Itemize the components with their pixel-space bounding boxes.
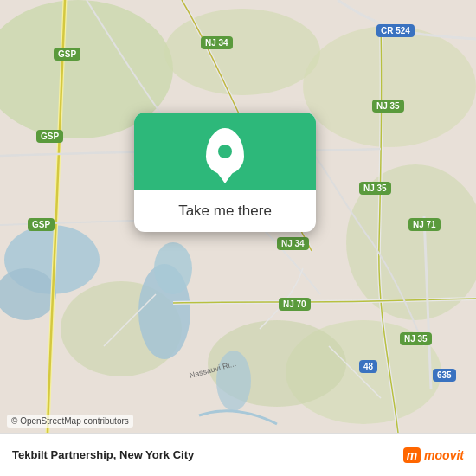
route-badge-nj34b: NJ 34 bbox=[277, 237, 309, 250]
moovit-logo: m moovit bbox=[403, 447, 464, 463]
card-green-header bbox=[134, 113, 316, 190]
route-badge-nj34a: NJ 34 bbox=[201, 36, 233, 49]
route-badge-gsp1: GSP bbox=[54, 48, 80, 61]
moovit-m-icon: m bbox=[403, 447, 421, 463]
route-badge-nj35c: NJ 35 bbox=[400, 332, 432, 345]
svg-point-2 bbox=[164, 9, 320, 95]
route-badge-nj35a: NJ 35 bbox=[372, 100, 404, 113]
map-copyright: © OpenStreetMap contributors bbox=[7, 415, 133, 428]
take-me-there-card: Take me there bbox=[134, 113, 316, 232]
route-badge-gsp2: GSP bbox=[36, 130, 63, 143]
location-info: Tekbilt Partnership, New York City m moo… bbox=[12, 447, 464, 463]
route-badge-gsp3: GSP bbox=[28, 218, 55, 231]
route-badge-nj35b: NJ 35 bbox=[359, 182, 391, 195]
location-name: Tekbilt Partnership, New York City bbox=[12, 448, 194, 461]
moovit-text: moovit bbox=[424, 448, 464, 462]
take-me-there-button[interactable]: Take me there bbox=[178, 203, 272, 220]
pin-dot bbox=[218, 145, 232, 158]
route-badge-nj71: NJ 71 bbox=[408, 218, 441, 231]
route-badge-b48: 48 bbox=[359, 360, 377, 373]
svg-point-3 bbox=[303, 26, 476, 147]
route-badge-nj70: NJ 70 bbox=[279, 298, 311, 311]
route-badge-cr524: CR 524 bbox=[376, 24, 415, 37]
map-container[interactable]: GSP NJ 34 CR 524 NJ 35 GSP NJ 35 GSP NJ … bbox=[0, 0, 476, 433]
location-pin-icon bbox=[206, 128, 244, 175]
svg-point-11 bbox=[154, 242, 192, 294]
route-badge-b635: 635 bbox=[433, 369, 456, 382]
bottom-bar: Tekbilt Partnership, New York City m moo… bbox=[0, 433, 476, 476]
